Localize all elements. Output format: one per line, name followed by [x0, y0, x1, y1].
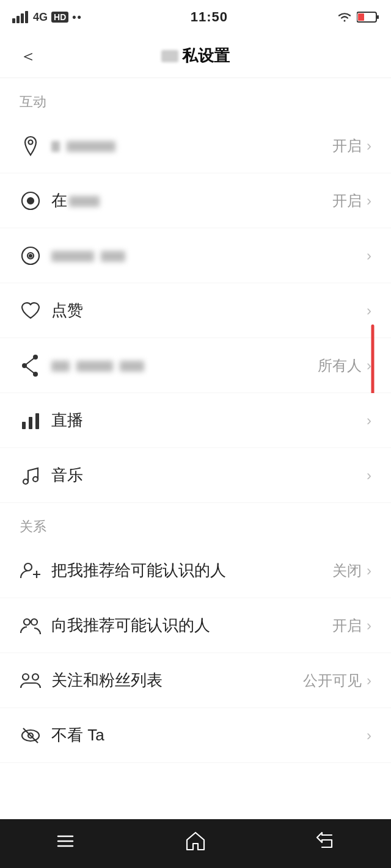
recommend-others-content: 向我推荐可能认识的人: [51, 615, 332, 636]
page-title: 私设置: [161, 45, 230, 67]
share-content: [51, 356, 318, 375]
location-icon: [20, 135, 51, 157]
hd-badge: HD: [51, 12, 68, 23]
status-left: 4G HD ••: [12, 11, 82, 24]
recommend-others-text: 向我推荐可能认识的人: [51, 615, 210, 636]
like-text: 点赞: [51, 300, 83, 321]
live-chevron: ›: [367, 412, 371, 429]
live-text: 直播: [51, 410, 83, 431]
follow-fans-chevron: ›: [367, 672, 371, 689]
list-item-view[interactable]: ›: [0, 228, 391, 283]
status-value: 开启: [332, 191, 362, 211]
svg-point-25: [32, 674, 38, 680]
svg-point-9: [27, 198, 34, 204]
share-value: 所有人: [318, 356, 362, 375]
share-chevron: ›: [367, 357, 371, 374]
live-right: ›: [364, 412, 371, 429]
svg-point-12: [29, 255, 32, 257]
location-chevron: ›: [367, 137, 371, 154]
svg-rect-17: [29, 417, 32, 429]
svg-rect-0: [12, 18, 15, 23]
section-interaction-label: 互动: [0, 78, 391, 118]
svg-rect-2: [21, 13, 24, 23]
svg-rect-16: [22, 422, 26, 429]
music-chevron: ›: [367, 467, 371, 484]
list-item-no-see[interactable]: 不看 Ta ›: [0, 708, 391, 763]
svg-point-24: [23, 674, 29, 680]
location-content: [51, 136, 332, 155]
music-right: ›: [364, 467, 371, 484]
no-see-text: 不看 Ta: [51, 725, 104, 746]
dots-icon: ••: [72, 11, 82, 24]
like-right: ›: [364, 302, 371, 319]
person-add-icon: [20, 560, 51, 582]
title-blur: [161, 50, 178, 62]
svg-rect-1: [16, 16, 20, 23]
list-item-live[interactable]: 直播 ›: [0, 393, 391, 448]
status-text: 在: [51, 190, 101, 211]
recommend-me-right: 关闭 ›: [332, 561, 371, 580]
follow-fans-text: 关注和粉丝列表: [51, 670, 163, 691]
follow-fans-content: 关注和粉丝列表: [51, 670, 303, 691]
list-item-status[interactable]: 在 开启 ›: [0, 173, 391, 228]
bar-chart-icon: [20, 410, 51, 432]
recommend-me-chevron: ›: [367, 562, 371, 579]
group-icon: [20, 670, 51, 692]
status-right: 开启 ›: [332, 191, 371, 211]
nav-back-button[interactable]: [301, 823, 350, 859]
recommend-me-text: 把我推荐给可能认识的人: [51, 560, 226, 581]
content-wrapper: 互动 开启 › 在: [0, 78, 391, 824]
status-chevron: ›: [367, 192, 371, 209]
list-item-recommend-others[interactable]: 向我推荐可能认识的人 开启 ›: [0, 598, 391, 653]
follow-fans-value: 公开可见: [303, 671, 362, 690]
heart-icon: [20, 300, 51, 322]
view-right: ›: [364, 247, 371, 264]
eye-icon: [20, 245, 51, 267]
svg-point-13: [33, 355, 38, 360]
list-item-recommend-me[interactable]: 把我推荐给可能认识的人 关闭 ›: [0, 543, 391, 598]
persons-icon: [20, 615, 51, 637]
list-item-music[interactable]: 音乐 ›: [0, 448, 391, 503]
status-bar: 4G HD •• 11:50: [0, 0, 391, 34]
recommend-others-right: 开启 ›: [332, 616, 371, 635]
nav-menu-button[interactable]: [41, 823, 90, 859]
recommend-others-value: 开启: [332, 616, 362, 635]
share-icon: [20, 355, 51, 377]
nav-home-button[interactable]: [171, 823, 220, 859]
list-item-share[interactable]: 所有人 ›: [0, 338, 391, 393]
share-text: [51, 356, 144, 375]
svg-point-22: [24, 619, 30, 625]
list-item-location[interactable]: 开启 ›: [0, 118, 391, 173]
signal-icon: [12, 11, 29, 23]
header: ＜ 私设置: [0, 34, 391, 78]
svg-point-15: [22, 363, 27, 368]
location-status: 开启: [332, 136, 362, 156]
music-content: 音乐: [51, 465, 364, 486]
list-item-like[interactable]: 点赞 ›: [0, 283, 391, 338]
location-right: 开启 ›: [332, 136, 371, 156]
svg-point-20: [33, 477, 38, 482]
status-right: [336, 11, 379, 23]
follow-fans-right: 公开可见 ›: [303, 671, 371, 690]
svg-rect-3: [25, 11, 28, 23]
svg-point-14: [33, 372, 38, 377]
section-relationship-label: 关系: [0, 503, 391, 543]
status-time: 11:50: [191, 9, 228, 25]
wifi-icon: [336, 11, 353, 23]
svg-rect-18: [35, 413, 39, 429]
like-content: 点赞: [51, 300, 364, 321]
recommend-me-content: 把我推荐给可能认识的人: [51, 560, 332, 581]
list-item-follow-fans[interactable]: 关注和粉丝列表 公开可见 ›: [0, 653, 391, 708]
signal-text: 4G: [33, 11, 48, 24]
like-chevron: ›: [367, 302, 371, 319]
location-text: [51, 136, 115, 155]
title-text: 私设置: [182, 45, 230, 67]
svg-point-21: [24, 563, 32, 571]
no-see-right: ›: [364, 727, 371, 744]
svg-rect-6: [358, 13, 364, 21]
view-content: [51, 246, 364, 265]
music-icon: [20, 465, 51, 486]
back-button[interactable]: ＜: [15, 40, 42, 73]
recommend-me-value: 关闭: [332, 561, 362, 580]
status-content: 在: [51, 190, 332, 211]
